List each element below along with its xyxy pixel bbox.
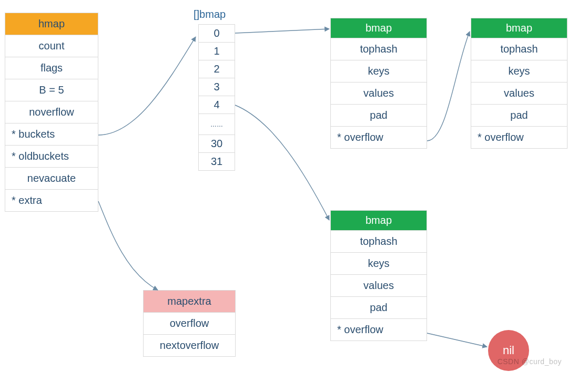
bmap4-field-overflow: * overflow	[331, 319, 427, 341]
hmap-field: noverflow	[5, 101, 98, 123]
mapextra-field: nextoverflow	[144, 335, 236, 357]
bmap0-field: tophash	[331, 38, 427, 60]
bmap0-field: keys	[331, 60, 427, 82]
hmap-field-oldbuckets: * oldbuckets	[5, 146, 98, 168]
nil-label: nil	[503, 344, 514, 357]
bmap-overflow-field: keys	[471, 60, 567, 82]
array-cell: 31	[199, 153, 235, 171]
array-cell: 0	[199, 25, 235, 43]
bmap4-field: tophash	[331, 231, 427, 253]
bmap4-header: bmap	[331, 211, 427, 231]
bmap0-field-overflow: * overflow	[331, 127, 427, 149]
arrow-index4-to-bmap4	[235, 105, 329, 220]
bmap4-field: values	[331, 275, 427, 297]
array-cell: 3	[199, 78, 235, 96]
hmap-field-buckets: * buckets	[5, 123, 98, 146]
bmap4-field: keys	[331, 253, 427, 275]
arrow-buckets-to-array	[98, 37, 196, 135]
arrow-extra-to-mapextra	[98, 201, 158, 290]
bmap-overflow-field: pad	[471, 105, 567, 127]
arrow-index0-to-bmap0	[235, 29, 329, 33]
array-cell: 30	[199, 135, 235, 153]
mapextra-header: mapextra	[144, 291, 236, 313]
watermark: CSDN @curd_boy	[498, 357, 562, 366]
array-cell-ellipsis: ……	[199, 114, 235, 135]
hmap-field: flags	[5, 57, 98, 79]
bmap-array-table: 0 1 2 3 4 …… 30 31	[198, 24, 235, 171]
hmap-field-extra: * extra	[5, 190, 98, 212]
bmap0-header: bmap	[331, 18, 427, 38]
bmap-overflow-header: bmap	[471, 18, 567, 38]
hmap-header: hmap	[5, 13, 98, 35]
array-cell: 4	[199, 96, 235, 114]
bmap0-field: values	[331, 82, 427, 105]
bmap4-field: pad	[331, 297, 427, 319]
hmap-field: B = 5	[5, 79, 98, 101]
arrow-bmap4-overflow-nil	[427, 333, 487, 347]
bmap0-table: bmap tophash keys values pad * overflow	[330, 18, 427, 149]
hmap-field: nevacuate	[5, 168, 98, 190]
arrow-bmap0-overflow	[427, 32, 470, 141]
bmap-overflow-field: values	[471, 82, 567, 105]
array-cell: 2	[199, 60, 235, 78]
mapextra-field: overflow	[144, 313, 236, 335]
bmap-overflow-table: bmap tophash keys values pad * overflow	[471, 18, 567, 149]
mapextra-table: mapextra overflow nextoverflow	[143, 290, 236, 357]
bmap-array-label: []bmap	[194, 8, 226, 20]
bmap-overflow-field: tophash	[471, 38, 567, 60]
bmap0-field: pad	[331, 105, 427, 127]
hmap-field: count	[5, 35, 98, 57]
array-cell: 1	[199, 43, 235, 60]
bmap-overflow-field-overflow: * overflow	[471, 127, 567, 149]
hmap-table: hmap count flags B = 5 noverflow * bucke…	[5, 13, 98, 212]
bmap4-table: bmap tophash keys values pad * overflow	[330, 210, 427, 341]
